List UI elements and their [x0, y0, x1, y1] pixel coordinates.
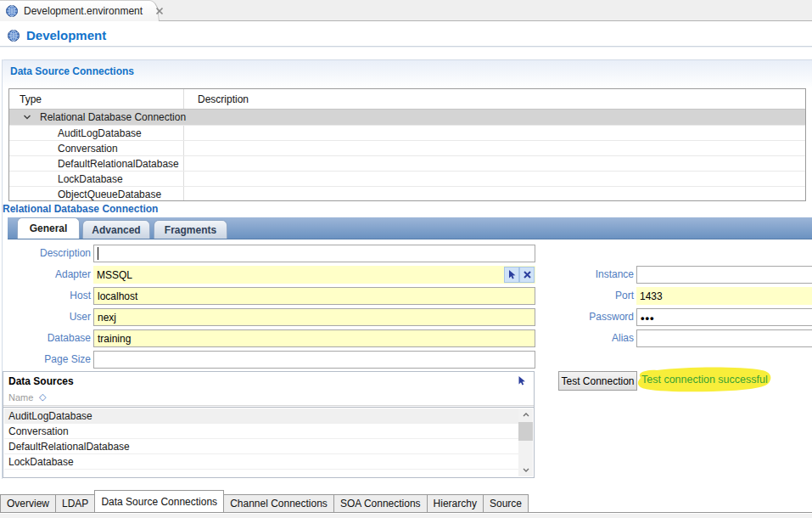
tree-group-label: Relational Database Connection: [40, 111, 186, 123]
page-tab-hierarchy[interactable]: Hierarchy: [427, 494, 484, 512]
scrollbar[interactable]: [518, 408, 533, 476]
page-tab-source[interactable]: Source: [483, 494, 529, 512]
tree-row[interactable]: AuditLogDatabase: [9, 125, 805, 140]
host-label: Host: [3, 290, 91, 301]
list-item[interactable]: DefaultRelationalDatabase: [4, 439, 518, 454]
list-item[interactable]: Conversation: [4, 424, 518, 439]
page-tab-data-source-connections[interactable]: Data Source Connections: [94, 490, 224, 512]
text-caret: [98, 247, 98, 260]
editor-tab-title: Development.environment: [24, 5, 143, 17]
editor-tab-bar: Development.environment: [0, 0, 812, 21]
adapter-label: Adapter: [3, 268, 91, 280]
tree-row-label: AuditLogDatabase: [58, 127, 142, 139]
page-tab-bar: Overview LDAP Data Source Connections Ch…: [0, 491, 812, 513]
user-field[interactable]: nexj: [93, 308, 535, 326]
user-label: User: [3, 311, 91, 323]
page-tab-ldap[interactable]: LDAP: [55, 494, 95, 512]
detail-title: Relational Database Connection: [3, 203, 158, 215]
host-field[interactable]: localhost: [93, 287, 535, 305]
detail-tab-bar: General Advanced Fragments: [8, 217, 812, 239]
chevron-down-icon[interactable]: [23, 114, 31, 121]
port-label: Port: [546, 290, 634, 301]
environment-editor: Development.environment Development Data…: [0, 0, 812, 518]
database-label: Database: [3, 332, 91, 344]
data-sources-panel: Data Sources Name ◇ AuditLogDatabase Con…: [3, 371, 535, 478]
database-field[interactable]: training: [93, 329, 535, 347]
tree-row[interactable]: Conversation: [9, 140, 805, 155]
page-header: Development: [7, 28, 106, 42]
page-tab-overview[interactable]: Overview: [0, 494, 56, 512]
scrollbar-thumb[interactable]: [518, 422, 533, 441]
pointer-icon: [507, 269, 517, 280]
name-column-header[interactable]: Name ◇: [3, 391, 534, 406]
tree-row[interactable]: ObjectQueueDatabase: [9, 186, 805, 201]
password-label: Password: [546, 311, 634, 323]
bottom-strip: [0, 514, 812, 518]
tree-row-label: LockDatabase: [58, 173, 123, 185]
tree-row-label: Conversation: [58, 143, 118, 155]
password-field[interactable]: •••: [636, 308, 812, 326]
header-divider: [0, 46, 812, 48]
clear-x-icon: [523, 270, 532, 279]
description-field[interactable]: [93, 245, 535, 262]
connections-table: Type Description Relational Database Con…: [8, 88, 806, 201]
name-column-label: Name: [8, 392, 33, 403]
tree-row-label: ObjectQueueDatabase: [58, 189, 161, 200]
section-title: Data Source Connections: [10, 65, 134, 77]
column-header-type[interactable]: Type: [20, 93, 42, 105]
page-tab-channel-connections[interactable]: Channel Connections: [223, 494, 334, 512]
instance-field[interactable]: [636, 266, 812, 284]
tab-fragments[interactable]: Fragments: [154, 220, 227, 239]
tree-row-label: DefaultRelationalDatabase: [58, 158, 179, 170]
close-icon[interactable]: [154, 6, 165, 16]
alias-field[interactable]: [636, 329, 812, 347]
editor-tab-development-environment[interactable]: Development.environment: [0, 0, 160, 21]
page-size-label: Page Size: [3, 353, 91, 365]
page-title: Development: [26, 28, 106, 42]
test-connection-button[interactable]: Test Connection: [558, 371, 637, 391]
scroll-down-icon[interactable]: [518, 464, 533, 476]
description-label: Description: [3, 247, 91, 259]
tree-row[interactable]: LockDatabase: [9, 171, 805, 186]
globe-icon: [7, 29, 20, 42]
alias-label: Alias: [546, 332, 634, 344]
list-item[interactable]: LockDatabase: [4, 454, 518, 470]
tab-general[interactable]: General: [17, 217, 80, 239]
status-message: Test connection successful: [641, 374, 768, 386]
tree-group-row[interactable]: Relational Database Connection: [9, 110, 805, 125]
page-size-field[interactable]: [93, 351, 535, 369]
data-sources-title: Data Sources: [8, 375, 74, 387]
data-sources-list: AuditLogDatabase Conversation DefaultRel…: [3, 407, 534, 477]
page-tab-soa-connections[interactable]: SOA Connections: [333, 494, 428, 512]
instance-label: Instance: [546, 268, 634, 280]
adapter-pick-button[interactable]: [504, 267, 519, 283]
column-header-description[interactable]: Description: [198, 93, 249, 105]
adapter-field[interactable]: MSSQL: [93, 266, 535, 284]
tree-row[interactable]: DefaultRelationalDatabase: [9, 155, 805, 171]
pointer-icon[interactable]: [516, 375, 527, 386]
tab-advanced[interactable]: Advanced: [82, 220, 150, 239]
data-sources-header: Data Sources: [3, 372, 534, 391]
list-item[interactable]: AuditLogDatabase: [4, 408, 518, 424]
sort-diamond-icon: ◇: [39, 391, 46, 403]
adapter-clear-button[interactable]: [519, 267, 535, 283]
table-header-row: Type Description: [9, 89, 805, 110]
scroll-up-icon[interactable]: [518, 408, 533, 421]
globe-icon: [5, 4, 19, 18]
port-field[interactable]: 1433: [636, 287, 812, 305]
